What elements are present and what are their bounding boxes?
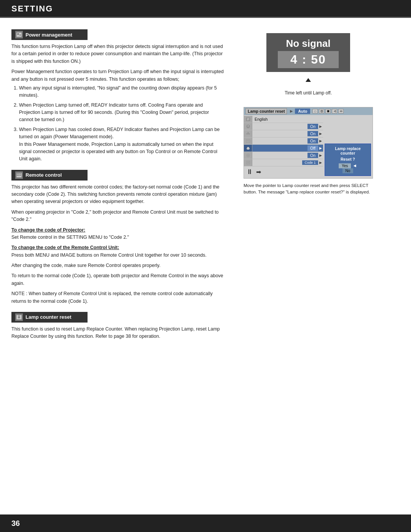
row-value-2: On — [307, 124, 318, 129]
list-item-2: When Projection Lamp turned off, READY I… — [19, 102, 225, 124]
lamp-counter-reset-menu-label: Lamp counter reset — [245, 108, 287, 114]
header-title: SETTING — [11, 4, 53, 13]
row-arrow-4: ▶ — [318, 139, 323, 143]
power-management-para2: Power Management function operates to tu… — [11, 68, 225, 163]
row-icon-english — [244, 116, 252, 123]
row-value-3: On — [307, 131, 318, 136]
no-signal-caption: Time left until Lamp off. — [285, 90, 332, 96]
svg-rect-7 — [17, 175, 18, 176]
remote-para3: After changing the code, make sure Remot… — [11, 262, 225, 269]
row-icon-6 — [244, 152, 252, 159]
row-label-6 — [252, 155, 307, 156]
svg-rect-12 — [18, 315, 20, 316]
power-management-header: Power management — [11, 29, 88, 40]
change-projector-text: Set Remote control in the SETTING MENU t… — [11, 235, 129, 240]
row-icon-lamp — [244, 145, 252, 152]
lamp-popup-title1: Lamp replace counter — [329, 146, 367, 155]
row-icon-code — [244, 159, 252, 166]
no-signal-box: No signal 4 : 50 — [266, 33, 350, 72]
remote-para4: To return to the normal code (Code 1), o… — [11, 272, 225, 287]
lamp-popup-box: Lamp replace counter Reset ? Yes ◄ No — [325, 144, 371, 176]
lamp-replace-popup: Lamp replace counter Reset ? Yes ◄ No — [323, 116, 373, 177]
lamp-popup-title2: Reset ? — [329, 157, 367, 161]
svg-point-2 — [19, 34, 21, 36]
menu-row-code: Code 1 ▶ — [244, 159, 323, 166]
menu-screenshot: Lamp counter reset ▶ Auto □ ◫ ▣ ◁ ▭ — [244, 107, 373, 179]
no-signal-time: 4 : 50 — [278, 51, 339, 68]
row-label-3 — [252, 133, 307, 134]
change-remote-label: To change the code of the Remote Control… — [11, 245, 119, 250]
change-projector-label: To change the code of Projector: — [11, 227, 85, 233]
row-icon-3 — [244, 130, 252, 137]
power-management-para1: This function turns Projection Lamp off … — [11, 43, 225, 65]
lamp-popup-no-row: No — [329, 168, 367, 173]
menu-arrow-icon: ▶ — [290, 109, 293, 113]
pause-icon: ⏸ — [246, 168, 253, 176]
menu-bottom-area: English On ▶ — [244, 115, 373, 178]
lamp-popup-yes[interactable]: Yes — [339, 163, 351, 168]
row-value-6: On — [307, 153, 318, 158]
svg-rect-8 — [18, 175, 19, 176]
remote-control-icon — [15, 171, 23, 179]
lamp-counter-reset-header: Lamp counter reset — [11, 312, 88, 323]
main-content: Power management This function turns Pro… — [0, 18, 411, 343]
row-value-code: Code 1 — [302, 160, 318, 165]
list-item-3: When Projection Lamp has cooled down, RE… — [19, 126, 225, 163]
no-signal-title: No signal — [278, 38, 339, 50]
menu-left-side: English On ▶ — [244, 116, 323, 177]
change-remote-section: To change the code of the Remote Control… — [11, 244, 225, 259]
arrow-up-icon — [306, 78, 311, 82]
power-management-label: Power management — [25, 32, 72, 38]
lamp-popup-buttons: Yes ◄ — [329, 163, 367, 168]
arrow-right-icon: ➡ — [256, 168, 261, 176]
row-icon-4 — [244, 137, 252, 144]
row-arrow-code: ▶ — [318, 161, 323, 165]
row-value-4: On — [307, 138, 318, 144]
page-number: 36 — [11, 519, 20, 528]
row-label-english: English — [252, 117, 323, 122]
power-management-list: When any input signal is interrupted, "N… — [11, 85, 225, 163]
auto-label: Auto — [295, 109, 310, 114]
row-label-2 — [252, 126, 307, 127]
row-label-4 — [252, 141, 307, 141]
menu-caption: Move the pointer to Lamp counter reset a… — [244, 182, 373, 196]
row-arrow-2: ▶ — [318, 125, 323, 128]
svg-rect-19 — [246, 133, 250, 134]
menu-icon-2: ◫ — [319, 109, 324, 113]
remote-note: NOTE : When battery of Remote Control Un… — [11, 290, 225, 305]
svg-rect-5 — [18, 173, 19, 174]
lamp-popup-arrow: ◄ — [352, 163, 357, 168]
lamp-counter-reset-label: Lamp counter reset — [25, 314, 72, 320]
row-arrow-lamp: ▶ — [318, 146, 323, 150]
row-icon-2 — [244, 123, 252, 130]
menu-row-4: On ▶ — [244, 137, 323, 145]
remote-control-label: Remote control — [25, 172, 62, 178]
left-column: Power management This function turns Pro… — [11, 29, 225, 343]
remote-control-para2: When operating projector in "Code 2," bo… — [11, 209, 225, 224]
lamp-counter-reset-para1: This function is used to reset Lamp Repl… — [11, 326, 225, 340]
change-remote-text: Press both MENU and IMAGE buttons on Rem… — [11, 252, 207, 258]
menu-row-6: On ▶ — [244, 152, 323, 159]
lamp-popup-no[interactable]: No — [342, 168, 354, 173]
menu-icon-3: ▣ — [325, 109, 331, 113]
lamp-counter-icon — [15, 313, 23, 321]
svg-rect-24 — [247, 147, 249, 148]
menu-row-lamp-selected: Off ▶ — [244, 145, 323, 152]
pause-area: ⏸ ➡ — [244, 166, 323, 177]
page-footer: 36 — [0, 514, 411, 532]
change-projector-section: To change the code of Projector: Set Rem… — [11, 227, 225, 241]
svg-rect-20 — [247, 132, 249, 133]
row-label-lamp — [252, 148, 307, 149]
menu-icon-5: ▭ — [338, 109, 344, 113]
svg-rect-9 — [20, 175, 21, 176]
svg-rect-26 — [247, 161, 250, 164]
list-item-1: When any input signal is interrupted, "N… — [19, 85, 225, 99]
power-management-icon — [15, 31, 23, 38]
svg-point-11 — [18, 316, 20, 318]
remote-control-header: Remote control — [11, 170, 88, 181]
menu-row-3: On ▶ — [244, 130, 323, 137]
row-label-code — [252, 162, 302, 163]
menu-icon-row: □ ◫ ▣ ◁ ▭ — [312, 109, 344, 113]
svg-rect-6 — [20, 173, 21, 174]
row-arrow-3: ▶ — [318, 132, 323, 136]
